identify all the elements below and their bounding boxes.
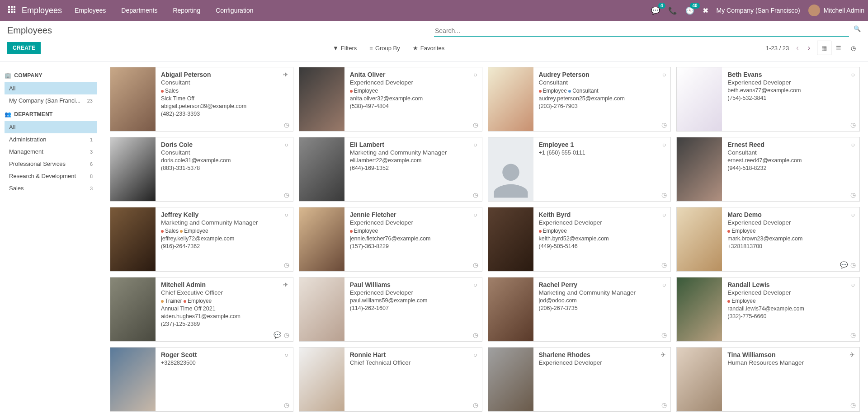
employee-card[interactable]: ○◷Audrey PetersonConsultantEmployee Cons… bbox=[488, 67, 671, 132]
clock-icon[interactable]: ◷ bbox=[661, 331, 667, 338]
search-icon[interactable]: 🔍 bbox=[854, 25, 861, 32]
status-icon[interactable]: ○ bbox=[473, 71, 477, 78]
employee-card[interactable]: ○◷Doris ColeConsultantdoris.cole31@examp… bbox=[110, 137, 293, 202]
employee-card[interactable]: ○◷Beth EvansExperienced Developerbeth.ev… bbox=[676, 67, 860, 132]
employee-card[interactable]: ○◷Roger Scott+3282823500 bbox=[110, 347, 293, 412]
status-icon[interactable]: ○ bbox=[284, 141, 288, 148]
dept-item[interactable]: All bbox=[5, 121, 97, 133]
nav-departments[interactable]: Departments bbox=[121, 7, 157, 14]
status-icon[interactable]: ○ bbox=[284, 351, 288, 358]
employee-tags: Employee bbox=[727, 298, 855, 304]
company-item[interactable]: All bbox=[5, 82, 97, 94]
employee-card[interactable]: ○◷Ronnie HartChief Technical Officer bbox=[299, 347, 482, 412]
list-view-button[interactable]: ☰ bbox=[831, 41, 846, 55]
status-icon[interactable]: ○ bbox=[473, 211, 477, 218]
status-icon[interactable]: ○ bbox=[662, 141, 666, 148]
company-switcher[interactable]: My Company (San Francisco) bbox=[717, 7, 800, 14]
topbar: Employees Employees Departments Reportin… bbox=[0, 0, 868, 21]
employee-card[interactable]: ○◷Rachel PerryMarketing and Community Ma… bbox=[488, 277, 671, 342]
favorites-button[interactable]: ★Favorites bbox=[413, 45, 444, 52]
clock-icon[interactable]: ◷ bbox=[850, 121, 856, 128]
employee-card[interactable]: ○◷Eli LambertMarketing and Community Man… bbox=[299, 137, 482, 202]
clock-icon[interactable]: ◷ bbox=[661, 401, 667, 409]
dept-item[interactable]: Management3 bbox=[5, 146, 97, 158]
kanban-view-button[interactable]: ▦ bbox=[817, 41, 831, 55]
status-icon[interactable]: ○ bbox=[473, 351, 477, 358]
filters-button[interactable]: ▼Filters bbox=[333, 45, 357, 52]
phone-icon[interactable]: 📞 bbox=[668, 6, 677, 15]
apps-icon[interactable] bbox=[8, 6, 17, 15]
clock-icon[interactable]: ◷ bbox=[284, 261, 289, 268]
employee-card[interactable]: ✈◷Sharlene RhodesExperienced Developer bbox=[488, 347, 671, 412]
nav-employees[interactable]: Employees bbox=[75, 7, 106, 14]
employee-card[interactable]: ○◷Jeffrey KellyMarketing and Community M… bbox=[110, 207, 293, 272]
clock-icon[interactable]: ◷ bbox=[850, 191, 856, 198]
clock-icon[interactable]: ◷ bbox=[284, 401, 289, 409]
dept-item[interactable]: Professional Services6 bbox=[5, 158, 97, 170]
clock-icon[interactable]: ◷ bbox=[661, 261, 667, 268]
clock-icon[interactable]: ◷ bbox=[284, 331, 289, 338]
status-icon[interactable]: ○ bbox=[851, 211, 855, 218]
company-item[interactable]: My Company (San Franci...23 bbox=[5, 94, 97, 107]
employee-card[interactable]: ○◷Paul WilliamsExperienced Developerpaul… bbox=[299, 277, 482, 342]
status-icon[interactable]: ○ bbox=[851, 71, 855, 78]
user-menu[interactable]: Mitchell Admin bbox=[808, 5, 864, 16]
status-icon[interactable]: ○ bbox=[473, 281, 477, 288]
employee-card[interactable]: ○💬◷Marc DemoExperienced DeveloperEmploye… bbox=[676, 207, 860, 272]
create-button[interactable]: CREATE bbox=[7, 42, 41, 54]
employee-card[interactable]: ○◷Keith ByrdExperienced DeveloperEmploye… bbox=[488, 207, 671, 272]
employee-card[interactable]: ○◷Randall LewisExperienced DeveloperEmpl… bbox=[676, 277, 860, 342]
clock-icon[interactable]: ◷ bbox=[473, 121, 478, 128]
employee-card[interactable]: ✈💬◷Mitchell AdminChief Executive Officer… bbox=[110, 277, 293, 342]
dept-item[interactable]: Sales3 bbox=[5, 182, 97, 194]
away-icon[interactable]: ✈ bbox=[283, 71, 288, 78]
employee-photo bbox=[110, 67, 156, 131]
pager-next[interactable]: › bbox=[806, 43, 812, 53]
status-icon[interactable]: ○ bbox=[851, 281, 855, 288]
status-icon[interactable]: ○ bbox=[473, 141, 477, 148]
search-input[interactable] bbox=[434, 25, 849, 37]
employee-card[interactable]: ○◷Employee 1+1 (650) 555-0111 bbox=[488, 137, 671, 202]
nav-reporting[interactable]: Reporting bbox=[173, 7, 200, 14]
clock-icon[interactable]: ◷ bbox=[850, 401, 856, 409]
clock-icon[interactable]: ◷ bbox=[661, 191, 667, 198]
employee-card[interactable]: ✈◷Abigail PetersonConsultantSalesSick Ti… bbox=[110, 67, 293, 132]
activity-view-button[interactable]: ◷ bbox=[846, 41, 860, 55]
sidebar: 🏢COMPANY AllMy Company (San Franci...23 … bbox=[0, 61, 102, 418]
clock-icon[interactable]: ◷ bbox=[850, 261, 856, 268]
status-icon[interactable]: ○ bbox=[662, 211, 666, 218]
employee-card[interactable]: ○◷Ernest ReedConsultanternest.reed47@exa… bbox=[676, 137, 860, 202]
activities-icon[interactable]: 🕓40 bbox=[685, 6, 694, 15]
status-icon[interactable]: ○ bbox=[851, 141, 855, 148]
away-icon[interactable]: ✈ bbox=[283, 281, 288, 288]
away-icon[interactable]: ✈ bbox=[849, 351, 855, 358]
clock-icon[interactable]: ◷ bbox=[473, 261, 478, 268]
dept-item[interactable]: Research & Development8 bbox=[5, 170, 97, 182]
status-icon[interactable]: ○ bbox=[662, 71, 666, 78]
clock-icon[interactable]: ◷ bbox=[661, 121, 667, 128]
activity-icon[interactable]: 💬 bbox=[274, 331, 281, 338]
nav-configuration[interactable]: Configuration bbox=[216, 7, 253, 14]
clock-icon[interactable]: ◷ bbox=[850, 331, 856, 338]
pager-prev[interactable]: ‹ bbox=[794, 43, 800, 53]
clock-icon[interactable]: ◷ bbox=[284, 121, 289, 128]
employee-info-line: (203)-276-7903 bbox=[539, 103, 666, 109]
activity-icon[interactable]: 💬 bbox=[840, 261, 848, 268]
employee-card[interactable]: ✈◷Tina WilliamsonHuman Resources Manager bbox=[676, 347, 860, 412]
clock-icon[interactable]: ◷ bbox=[473, 191, 478, 198]
away-icon[interactable]: ✈ bbox=[660, 351, 666, 358]
clock-icon[interactable]: ◷ bbox=[473, 401, 478, 409]
employee-card[interactable]: ○◷Jennie FletcherExperienced DeveloperEm… bbox=[299, 207, 482, 272]
employee-info-line: (332)-775-6660 bbox=[727, 313, 855, 319]
status-icon[interactable]: ○ bbox=[284, 211, 288, 218]
employee-name: Randall Lewis bbox=[727, 281, 855, 288]
groupby-button[interactable]: ≡Group By bbox=[369, 45, 400, 52]
employee-card[interactable]: ○◷Anita OliverExperienced DeveloperEmplo… bbox=[299, 67, 482, 132]
messages-icon[interactable]: 💬4 bbox=[651, 6, 660, 15]
debug-icon[interactable]: ✖ bbox=[703, 6, 708, 15]
status-icon[interactable]: ○ bbox=[662, 281, 666, 288]
dept-item[interactable]: Administration1 bbox=[5, 133, 97, 146]
clock-icon[interactable]: ◷ bbox=[284, 191, 289, 198]
employee-name: Audrey Peterson bbox=[539, 71, 666, 78]
clock-icon[interactable]: ◷ bbox=[473, 331, 478, 338]
